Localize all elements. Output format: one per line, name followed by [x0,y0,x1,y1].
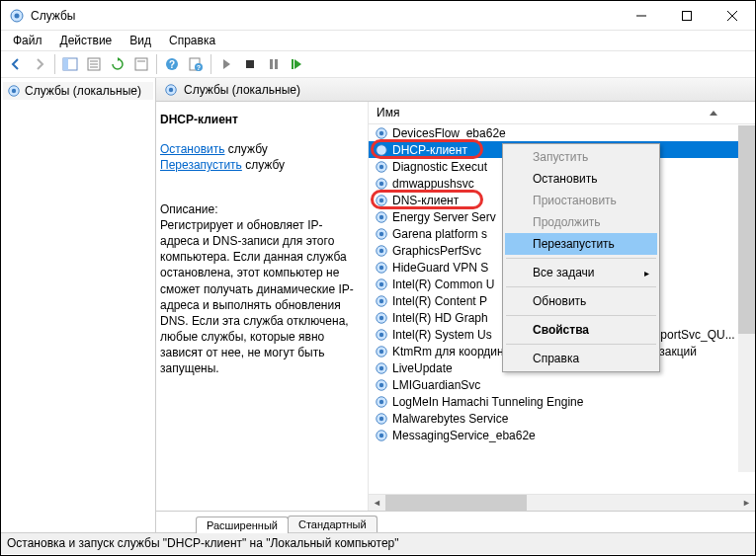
svg-point-26 [169,87,173,91]
minimize-button[interactable] [619,1,664,31]
service-label: LMIGuardianSvc [392,378,480,392]
ctx-resume[interactable]: Продолжить [505,211,657,233]
svg-rect-7 [63,58,68,70]
stop-link[interactable]: Остановить [160,142,225,156]
svg-point-40 [379,231,383,235]
svg-rect-19 [246,60,254,68]
svg-point-58 [379,382,383,386]
service-label: Garena platform s [392,227,487,241]
svg-rect-12 [135,58,147,70]
maximize-button[interactable] [664,1,710,31]
scroll-thumb[interactable] [385,495,527,511]
gear-icon [375,227,388,241]
gear-icon [375,328,388,342]
gear-icon [375,412,388,426]
service-label: dmwappushsvc [392,177,474,191]
service-label: HideGuard VPN S [392,261,488,275]
export-list-button[interactable] [83,53,105,75]
service-label: DevicesFlow_eba62e [392,126,506,140]
ctx-refresh[interactable]: Обновить [505,290,657,312]
menu-help[interactable]: Справка [161,32,223,49]
ctx-properties[interactable]: Свойства [505,319,657,341]
service-label: LogMeIn Hamachi Tunneling Engine [392,395,583,409]
svg-point-42 [379,248,383,252]
gear-icon [375,395,388,409]
forward-button[interactable] [29,53,50,75]
service-row[interactable]: MessagingService_eba62e [369,427,755,443]
vscroll-thumb[interactable] [738,125,755,334]
stop-service-button[interactable] [239,53,261,75]
restart-link[interactable]: Перезапустить [160,158,242,172]
service-label: Diagnostic Execut [392,160,487,174]
svg-point-30 [379,147,383,151]
description-heading: Описание: [160,201,360,217]
gear-icon [375,210,388,224]
service-label: Intel(R) HD Graph [392,311,488,325]
close-button[interactable] [710,1,755,31]
service-label: Intel(R) System Us [392,328,492,342]
properties-button[interactable] [130,53,152,75]
start-service-button[interactable] [215,53,237,75]
service-label: Energy Server Serv [392,210,496,224]
svg-point-48 [379,298,383,302]
vertical-scrollbar[interactable] [738,125,755,472]
right-header: Службы (локальные) [156,78,755,102]
content-area: Службы (локальные) Службы (локальные) DH… [1,78,755,532]
service-label: GraphicsPerfSvc [392,244,481,258]
gear-icon [375,361,388,375]
svg-point-62 [379,416,383,420]
column-name: Имя [377,106,399,119]
chevron-right-icon: ▸ [644,268,649,278]
gear-icon [375,311,388,325]
gear-icon [375,143,388,157]
service-row[interactable]: DevicesFlow_eba62e [369,124,755,141]
selected-service-name: DHCP-клиент [160,112,360,127]
tab-extended[interactable]: Расширенный [196,516,289,533]
ctx-start[interactable]: Запустить [505,146,657,168]
tree-root-item[interactable]: Службы (локальные) [3,82,153,100]
svg-point-28 [379,130,383,134]
pause-service-button[interactable] [263,53,285,75]
refresh-button[interactable] [107,53,128,75]
tab-strip: Расширенный Стандартный [156,511,755,532]
service-label: Intel(R) Common U [392,278,494,291]
ctx-help[interactable]: Справка [505,348,657,369]
gear-icon [375,126,388,140]
gear-icon [375,278,388,291]
tab-standard[interactable]: Стандартный [288,516,378,532]
svg-rect-3 [683,11,692,20]
svg-text:?: ? [169,59,175,70]
stop-suffix: службу [225,142,268,156]
ctx-stop[interactable]: Остановить [505,168,657,190]
right-header-title: Службы (локальные) [184,83,300,97]
svg-point-54 [379,349,383,353]
menu-view[interactable]: Вид [122,32,159,49]
restart-service-button[interactable] [287,53,308,75]
ctx-pause[interactable]: Приостановить [505,190,657,211]
back-button[interactable] [5,53,27,75]
service-row[interactable]: LogMeIn Hamachi Tunneling Engine [369,393,755,410]
toolbar: ? ? [1,50,755,78]
menu-action[interactable]: Действие [52,32,121,49]
gear-icon [164,83,178,97]
menu-file[interactable]: Файл [5,32,50,49]
horizontal-scrollbar[interactable]: ◄ ► [369,494,755,511]
scroll-left-icon[interactable]: ◄ [369,495,385,511]
help-topics-button[interactable]: ? [185,53,207,75]
service-label: Intel(R) Content P [392,294,487,308]
service-row[interactable]: LMIGuardianSvc [369,376,755,393]
list-pane: Имя DevicesFlow_eba62eDHCP-клиентDiagnos… [368,102,755,511]
service-row[interactable]: Malwarebytes Service [369,410,755,427]
column-header[interactable]: Имя [369,102,755,124]
svg-point-50 [379,315,383,319]
scroll-right-icon[interactable]: ► [738,495,755,511]
help-button[interactable]: ? [161,53,183,75]
ctx-restart[interactable]: Перезапустить [505,233,657,255]
statusbar: Остановка и запуск службы "DHCP-клиент" … [1,532,755,554]
tree-root-label: Службы (локальные) [25,84,141,98]
svg-point-36 [379,198,383,201]
ctx-all-tasks[interactable]: Все задачи▸ [505,262,657,283]
titlebar: Службы [1,1,755,31]
svg-rect-20 [270,59,273,69]
show-hide-tree-button[interactable] [59,53,81,75]
